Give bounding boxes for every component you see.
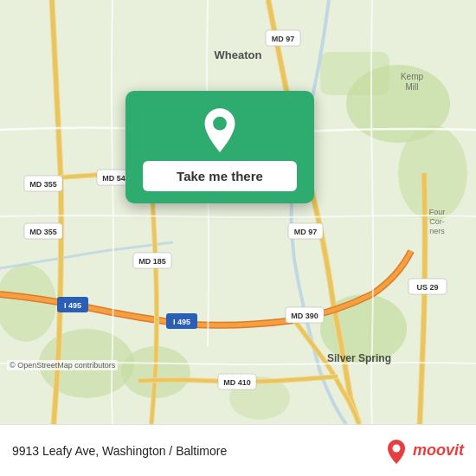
svg-text:MD 355: MD 355 bbox=[29, 228, 57, 236]
moovit-logo: moovit bbox=[383, 438, 464, 464]
svg-text:Four: Four bbox=[429, 208, 446, 216]
svg-text:ners: ners bbox=[429, 227, 445, 235]
map-attribution: © OpenStreetMap contributors bbox=[7, 360, 118, 370]
svg-text:MD 97: MD 97 bbox=[294, 228, 318, 236]
svg-point-2 bbox=[398, 125, 467, 221]
svg-text:I 495: I 495 bbox=[173, 318, 190, 326]
svg-text:US 29: US 29 bbox=[416, 283, 438, 292]
popup-card: Take me there bbox=[125, 91, 314, 203]
svg-text:Kemp: Kemp bbox=[401, 72, 424, 81]
location-pin-icon bbox=[199, 106, 241, 154]
svg-text:Wheaton: Wheaton bbox=[215, 48, 262, 61]
svg-text:MD 185: MD 185 bbox=[138, 257, 166, 266]
map-container: MD 97 MD 97 MD 355 MD 355 MD 547 MD 185 … bbox=[0, 0, 476, 424]
svg-text:MD 355: MD 355 bbox=[29, 180, 57, 189]
svg-text:MD 97: MD 97 bbox=[272, 35, 295, 43]
bottom-bar: 9913 Leafy Ave, Washington / Baltimore m… bbox=[0, 424, 476, 476]
svg-rect-6 bbox=[320, 52, 389, 95]
svg-text:Silver Spring: Silver Spring bbox=[327, 352, 391, 364]
svg-text:Mill: Mill bbox=[406, 82, 419, 92]
moovit-text: moovit bbox=[413, 441, 464, 460]
svg-text:Cor-: Cor- bbox=[429, 217, 445, 226]
svg-text:MD 410: MD 410 bbox=[223, 378, 251, 387]
svg-text:MD 390: MD 390 bbox=[291, 312, 318, 320]
address-text: 9913 Leafy Ave, Washington / Baltimore bbox=[12, 444, 383, 458]
svg-text:I 495: I 495 bbox=[64, 301, 81, 310]
take-me-there-button[interactable]: Take me there bbox=[143, 161, 297, 191]
moovit-icon bbox=[383, 438, 409, 464]
svg-point-38 bbox=[213, 117, 227, 131]
svg-point-39 bbox=[392, 444, 400, 452]
